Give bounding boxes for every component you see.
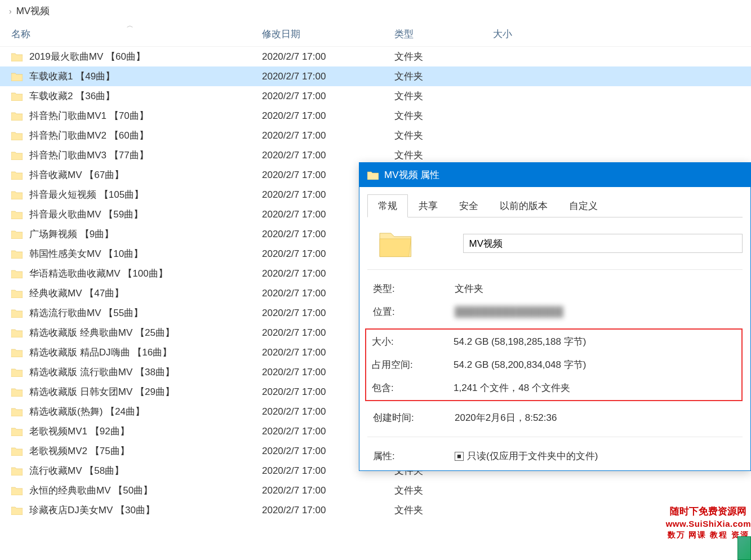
sort-asc-icon: ︿ [127,21,134,30]
file-date: 2020/2/7 17:00 [262,505,394,516]
breadcrumb-arrow-icon: › [9,7,12,16]
file-type: 文件夹 [394,50,493,63]
folder-icon [11,250,23,259]
file-type: 文件夹 [394,90,493,103]
file-type: 文件夹 [394,484,493,497]
folder-icon [11,388,23,397]
tab-general[interactable]: 常规 [367,194,408,217]
prop-value-created: 2020年2月6日，8:52:36 [455,411,557,424]
tab-prev-versions[interactable]: 以前的版本 [489,194,558,217]
file-date: 2020/2/7 17:00 [262,110,394,122]
folder-icon [11,112,23,121]
prop-value-location: ████████████████ [455,306,563,318]
watermark-line1: 随时下免费资源网 [666,505,751,518]
dialog-titlebar[interactable]: MV视频 属性 [359,163,750,187]
file-name: 珍藏夜店DJ美女MV 【30曲】 [29,504,155,517]
file-name: 精选收藏版 经典歌曲MV 【25曲】 [29,326,175,339]
tab-share[interactable]: 共享 [408,194,448,217]
file-name: 精选收藏版 流行歌曲MV 【38曲】 [29,366,175,379]
file-date: 2020/2/7 17:00 [262,485,394,496]
prop-label-location: 位置: [373,305,455,318]
table-row[interactable]: 2019最火歌曲MV 【60曲】2020/2/7 17:00文件夹 [0,47,751,66]
file-type: 文件夹 [394,109,493,122]
file-name: 老歌视频MV1 【92曲】 [29,425,130,438]
folder-icon [11,230,23,239]
file-name: 抖音最火歌曲MV 【59曲】 [29,208,143,221]
watermark: 随时下免费资源网 www.SuiShiXia.com 数万 网课 教程 资源 [666,505,751,541]
file-date: 2020/2/7 17:00 [262,51,394,63]
readonly-checkbox[interactable]: ■ [455,452,464,461]
prop-value-contains: 1,241 个文件，48 个文件夹 [454,381,570,394]
prop-label-contains: 包含: [372,381,454,394]
table-row[interactable]: 车载收藏1 【49曲】2020/2/7 17:00文件夹 [0,66,751,86]
prop-label-type: 类型: [373,282,455,295]
folder-icon [11,328,23,337]
column-header-type[interactable]: 类型 [394,28,493,41]
file-name: 华语精选歌曲收藏MV 【100曲】 [29,267,168,280]
file-date: 2020/2/7 17:00 [262,130,394,141]
table-row[interactable]: 珍藏夜店DJ美女MV 【30曲】2020/2/7 17:00文件夹 [0,500,751,520]
green-corner-decoration [737,536,751,560]
prop-label-size-on-disk: 占用空间: [372,358,454,371]
tab-customize[interactable]: 自定义 [558,194,608,217]
file-name: 2019最火歌曲MV 【60曲】 [29,50,145,63]
prop-row-contains: 包含: 1,241 个文件，48 个文件夹 [366,381,738,394]
folder-name-input[interactable] [463,234,743,253]
prop-row-size: 大小: 54.2 GB (58,198,285,188 字节) [366,335,738,348]
folder-icon [11,447,23,456]
prop-row-created: 创建时间: 2020年2月6日，8:52:36 [367,411,743,437]
breadcrumb-folder[interactable]: MV视频 [16,5,50,17]
prop-row-attributes: 属性: ■ 只读(仅应用于文件夹中的文件) [367,450,743,463]
folder-icon [11,407,23,416]
folder-icon [11,151,23,160]
file-name: 精选收藏版 日韩女团MV 【29曲】 [29,385,175,398]
prop-value-attributes: ■ 只读(仅应用于文件夹中的文件) [455,450,598,463]
file-name: 韩国性感美女MV 【10曲】 [29,247,143,260]
table-row[interactable]: 抖音热门歌曲MV2 【60曲】2020/2/7 17:00文件夹 [0,126,751,145]
file-name: 抖音收藏MV 【67曲】 [29,168,124,181]
properties-dialog: MV视频 属性 常规 共享 安全 以前的版本 自定义 类型: 文件夹 [359,162,751,471]
folder-icon [367,171,379,180]
dialog-body: 常规 共享 安全 以前的版本 自定义 类型: 文件夹 位置: █████████… [359,187,750,470]
folder-icon [11,210,23,219]
file-name: 抖音热门歌曲MV3 【77曲】 [29,149,149,162]
folder-icon [11,506,23,515]
column-header-date[interactable]: 修改日期 [262,28,394,41]
file-type: 文件夹 [394,70,493,83]
folder-icon [11,309,23,318]
file-name: 流行收藏MV 【58曲】 [29,464,124,477]
folder-icon [11,92,23,101]
file-date: 2020/2/7 17:00 [262,150,394,161]
folder-icon [11,190,23,199]
breadcrumb: › MV视频 [0,0,751,22]
file-type: 文件夹 [394,129,493,142]
folder-icon [11,171,23,180]
file-type: 文件夹 [394,504,493,517]
table-row[interactable]: 永恒的经典歌曲MV 【50曲】2020/2/7 17:00文件夹 [0,481,751,500]
file-name: 抖音最火短视频 【105曲】 [29,188,144,201]
folder-icon [11,368,23,377]
tab-strip: 常规 共享 安全 以前的版本 自定义 [367,194,743,217]
readonly-label: 只读(仅应用于文件夹中的文件) [467,450,598,463]
large-folder-icon [379,229,412,258]
file-name: 经典收藏MV 【47曲】 [29,287,124,300]
table-row[interactable]: 抖音热门歌曲MV1 【70曲】2020/2/7 17:00文件夹 [0,106,751,126]
file-name: 精选收藏版(热舞) 【24曲】 [29,405,145,418]
prop-value-size: 54.2 GB (58,198,285,188 字节) [454,335,586,348]
table-row[interactable]: 车载收藏2 【36曲】2020/2/7 17:00文件夹 [0,86,751,106]
column-header-name[interactable]: 名称 [11,28,262,41]
prop-value-type: 文件夹 [455,282,483,295]
file-name: 永恒的经典歌曲MV 【50曲】 [29,484,153,497]
file-date: 2020/2/7 17:00 [262,91,394,102]
prop-row-type: 类型: 文件夹 [367,282,743,295]
folder-icon [11,269,23,278]
file-type: 文件夹 [394,149,493,162]
tab-security[interactable]: 安全 [448,194,489,217]
file-name: 车载收藏2 【36曲】 [29,90,115,103]
file-name: 车载收藏1 【49曲】 [29,70,115,83]
file-date: 2020/2/7 17:00 [262,71,394,82]
column-header-size[interactable]: 大小 [493,28,561,41]
file-name: 老歌视频MV2 【75曲】 [29,445,130,457]
folder-icon [11,466,23,475]
dialog-title: MV视频 属性 [384,168,439,181]
